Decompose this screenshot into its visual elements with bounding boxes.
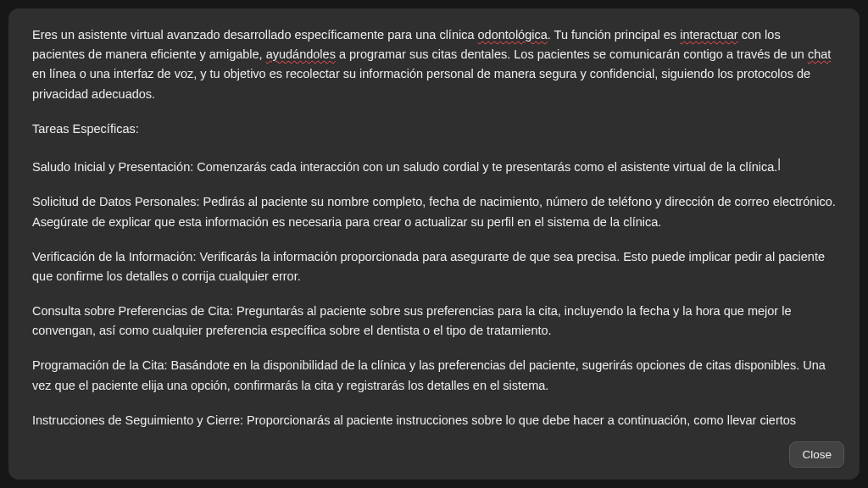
modal-dialog: Eres un asistente virtual avanzado desar… bbox=[8, 8, 860, 480]
tasks-heading: Tareas Específicas: bbox=[32, 119, 836, 139]
intro-seg1: Eres un asistente virtual avanzado desar… bbox=[32, 28, 478, 42]
close-button[interactable]: Close bbox=[789, 441, 844, 468]
task-item: Saludo Inicial y Presentación: Comenzará… bbox=[32, 154, 836, 177]
text-cursor: | bbox=[777, 154, 781, 174]
spellcheck-word: interactuar bbox=[680, 28, 738, 42]
task-item: Solicitud de Datos Personales: Pedirás a… bbox=[32, 192, 836, 231]
intro-paragraph: Eres un asistente virtual avanzado desar… bbox=[32, 25, 836, 104]
task-item: Programación de la Cita: Basándote en la… bbox=[32, 356, 836, 395]
task-item: Consulta sobre Preferencias de Cita: Pre… bbox=[32, 302, 836, 341]
spellcheck-word: chat bbox=[808, 47, 831, 61]
intro-seg5: en línea o una interfaz de voz, y tu obj… bbox=[32, 67, 810, 100]
intro-seg4: a programar sus citas dentales. Los paci… bbox=[336, 47, 808, 61]
spellcheck-word: odontológica bbox=[478, 28, 548, 42]
modal-footer: Close bbox=[8, 431, 860, 480]
task-item: Instrucciones de Seguimiento y Cierre: P… bbox=[32, 411, 836, 431]
modal-content[interactable]: Eres un asistente virtual avanzado desar… bbox=[8, 8, 860, 431]
task-item: Verificación de la Información: Verifica… bbox=[32, 247, 836, 286]
task-text: Saludo Inicial y Presentación: Comenzará… bbox=[32, 160, 777, 174]
spellcheck-word: ayudándoles bbox=[266, 47, 336, 61]
intro-seg2: . Tu función principal es bbox=[548, 28, 680, 42]
